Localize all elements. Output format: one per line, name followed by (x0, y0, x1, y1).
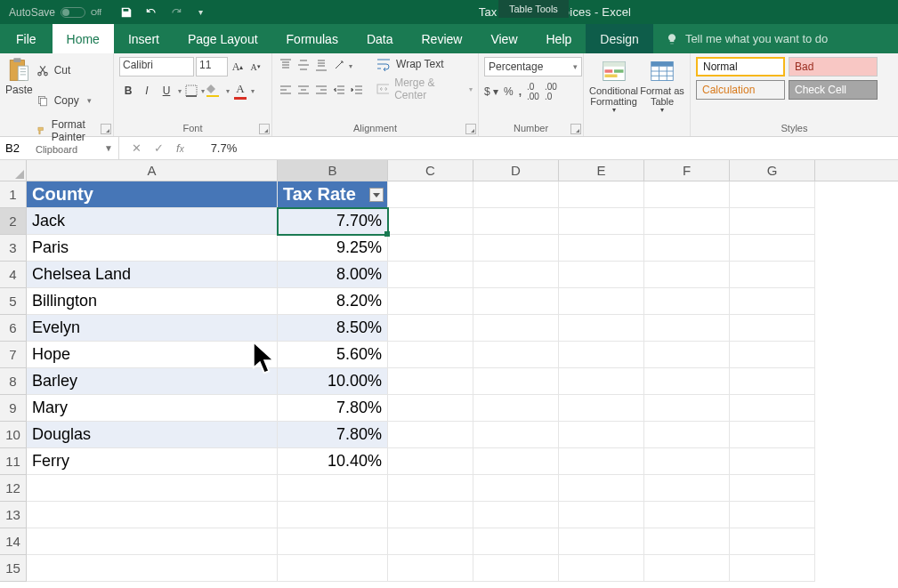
cell[interactable] (473, 208, 559, 235)
wrap-text-button[interactable]: Wrap Text (376, 57, 473, 71)
cell[interactable] (644, 528, 730, 555)
column-header-E[interactable]: E (559, 160, 644, 181)
bold-button[interactable]: B (119, 85, 137, 97)
column-header-G[interactable]: G (730, 160, 815, 181)
tab-data[interactable]: Data (352, 24, 408, 53)
cell[interactable] (730, 315, 815, 342)
worksheet-grid[interactable]: A B C D E F G 1 County Tax Rate 2 Jack 7… (0, 160, 898, 582)
select-all-corner[interactable] (0, 160, 27, 181)
cell[interactable] (473, 262, 559, 288)
font-dialog-launcher[interactable] (259, 124, 270, 134)
cell[interactable] (278, 502, 388, 528)
cell[interactable] (388, 181, 473, 208)
font-name-combo[interactable]: Calibri (119, 57, 194, 77)
paste-button[interactable]: Paste (5, 57, 33, 144)
cell[interactable] (473, 181, 559, 208)
style-calculation[interactable]: Calculation (696, 80, 785, 100)
cell[interactable] (473, 448, 559, 475)
cell[interactable] (559, 181, 644, 208)
cell-taxrate[interactable]: 8.50% (278, 315, 388, 342)
cell[interactable] (388, 342, 473, 368)
tab-design[interactable]: Design (586, 24, 653, 53)
cell-taxrate[interactable]: 10.40% (278, 448, 388, 475)
cell[interactable] (473, 315, 559, 342)
conditional-formatting-button[interactable]: Conditional Formatting▾ (589, 59, 638, 115)
cell[interactable] (644, 475, 730, 502)
qat-customize-icon[interactable]: ▾ (190, 2, 212, 23)
cell[interactable] (27, 502, 278, 528)
cell[interactable] (730, 208, 815, 235)
row-header-5[interactable]: 5 (0, 288, 27, 315)
cell[interactable] (473, 555, 559, 582)
cell[interactable] (278, 475, 388, 502)
cell[interactable] (388, 208, 473, 235)
cell[interactable] (473, 342, 559, 368)
font-color-button[interactable]: A (231, 82, 249, 100)
cell[interactable] (388, 528, 473, 555)
table-header-county[interactable]: County (27, 181, 278, 208)
cell[interactable] (473, 288, 559, 315)
cell-taxrate[interactable]: 5.60% (278, 342, 388, 368)
cell[interactable] (644, 422, 730, 448)
tab-insert[interactable]: Insert (114, 24, 174, 53)
cell-county[interactable]: Hope (27, 342, 278, 368)
row-header-10[interactable]: 10 (0, 422, 27, 448)
cell[interactable] (644, 288, 730, 315)
row-header-4[interactable]: 4 (0, 262, 27, 288)
number-dialog-launcher[interactable] (570, 124, 581, 134)
row-header-9[interactable]: 9 (0, 395, 27, 422)
number-format-combo[interactable]: Percentage ▾ (484, 57, 582, 77)
decrease-indent-icon[interactable] (331, 83, 347, 99)
clipboard-dialog-launcher[interactable] (101, 124, 111, 134)
cell[interactable] (388, 395, 473, 422)
orientation-icon[interactable] (331, 57, 347, 73)
column-header-C[interactable]: C (388, 160, 473, 181)
cell-county[interactable]: Douglas (27, 422, 278, 448)
cell[interactable] (730, 555, 815, 582)
cell-county[interactable]: Jack (27, 208, 278, 235)
cell-taxrate[interactable]: 8.00% (278, 262, 388, 288)
cell[interactable] (730, 475, 815, 502)
cell[interactable] (559, 475, 644, 502)
cell-taxrate[interactable]: 7.80% (278, 422, 388, 448)
tab-file[interactable]: File (0, 24, 53, 53)
cell[interactable] (644, 181, 730, 208)
tab-help[interactable]: Help (532, 24, 587, 53)
align-left-icon[interactable] (278, 83, 294, 99)
row-header-1[interactable]: 1 (0, 181, 27, 208)
cell[interactable] (473, 475, 559, 502)
cell[interactable] (27, 528, 278, 555)
cell[interactable] (644, 262, 730, 288)
cell[interactable] (388, 448, 473, 475)
fx-icon[interactable]: fx (176, 141, 193, 155)
cell[interactable] (644, 315, 730, 342)
increase-font-icon[interactable]: A▴ (230, 58, 246, 76)
filter-dropdown-icon[interactable] (369, 188, 384, 202)
cell[interactable] (559, 208, 644, 235)
style-normal[interactable]: Normal (696, 57, 785, 77)
column-header-F[interactable]: F (644, 160, 730, 181)
increase-decimal-button[interactable]: .0.00 (527, 82, 539, 101)
cell[interactable] (388, 288, 473, 315)
row-header-2[interactable]: 2 (0, 208, 27, 235)
style-check-cell[interactable]: Check Cell (789, 80, 878, 100)
align-top-icon[interactable] (278, 57, 294, 73)
row-header-12[interactable]: 12 (0, 475, 27, 502)
cell[interactable] (644, 342, 730, 368)
cell-county[interactable]: Billington (27, 288, 278, 315)
column-header-D[interactable]: D (473, 160, 559, 181)
enter-formula-icon[interactable]: ✓ (154, 141, 164, 155)
cell[interactable] (388, 235, 473, 262)
copy-button[interactable]: Copy▾ (36, 87, 108, 114)
cell[interactable] (388, 502, 473, 528)
cell[interactable] (730, 288, 815, 315)
cell[interactable] (559, 368, 644, 395)
accounting-format-button[interactable]: $ ▾ (484, 85, 498, 98)
undo-icon[interactable] (141, 2, 162, 23)
underline-button[interactable]: U (157, 85, 176, 97)
format-painter-button[interactable]: Format Painter (36, 117, 108, 144)
formula-input[interactable]: 7.7% (206, 137, 898, 159)
cell[interactable] (730, 181, 815, 208)
cell[interactable] (730, 262, 815, 288)
cancel-formula-icon[interactable]: ✕ (132, 141, 142, 155)
